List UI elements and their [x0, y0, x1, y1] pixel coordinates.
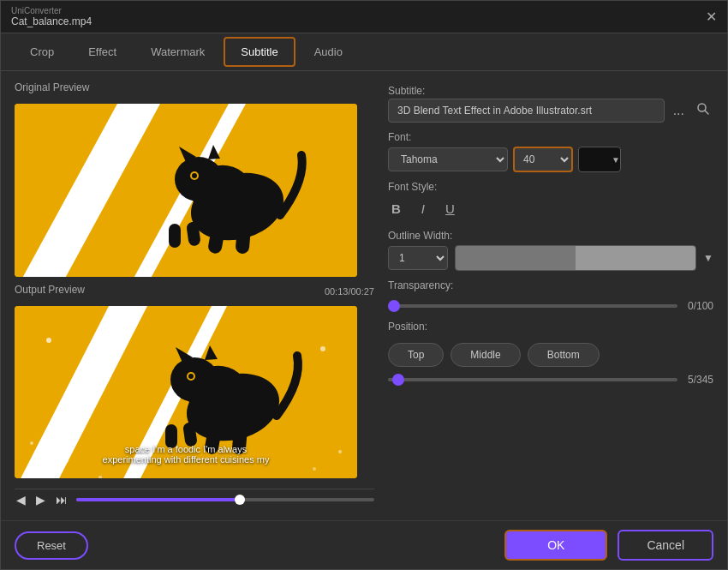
- transparency-section: Transparency: 0/100: [388, 279, 713, 312]
- player-bar: ◀ ▶ ⏭: [15, 489, 374, 510]
- position-top-button[interactable]: Top: [388, 343, 444, 367]
- main-window: UniConverter Cat_balance.mp4 ✕ Crop Effe…: [0, 0, 728, 570]
- position-section: Position: Top Middle Bottom 5/345: [388, 321, 713, 386]
- original-preview-box: [15, 104, 357, 277]
- cancel-button[interactable]: Cancel: [618, 530, 713, 561]
- search-button[interactable]: [693, 99, 713, 123]
- svg-line-39: [705, 111, 708, 114]
- progress-fill: [76, 498, 240, 501]
- svg-point-5: [175, 157, 223, 201]
- font-label: Font:: [388, 131, 713, 143]
- underline-button[interactable]: U: [442, 200, 458, 218]
- tab-crop[interactable]: Crop: [15, 39, 69, 65]
- position-label: Position:: [388, 321, 713, 333]
- step-forward-button[interactable]: ⏭: [54, 493, 69, 507]
- position-bottom-button[interactable]: Bottom: [528, 343, 600, 367]
- tab-watermark[interactable]: Watermark: [135, 39, 220, 65]
- position-value: 5/345: [686, 374, 713, 386]
- search-icon: [696, 102, 710, 116]
- output-preview-label: Output Preview: [15, 284, 85, 296]
- tab-subtitle[interactable]: Subtitle: [224, 37, 295, 67]
- svg-point-29: [170, 357, 218, 402]
- position-buttons: Top Middle Bottom: [388, 343, 713, 367]
- tab-audio[interactable]: Audio: [299, 39, 358, 65]
- style-label: Font Style:: [388, 181, 713, 193]
- outline-color-button[interactable]: [455, 245, 696, 271]
- subtitle-line1: space I'm a foodic I'm always: [32, 444, 340, 454]
- outline-row: 1 ▼: [388, 245, 713, 271]
- subtitle-line2: experimenting with different cuisines my: [32, 454, 340, 465]
- play-button[interactable]: ▶: [34, 493, 47, 507]
- tabs-bar: Crop Effect Watermark Subtitle Audio: [1, 33, 727, 71]
- transparency-value: 0/100: [686, 300, 713, 312]
- title-bar-left: UniConverter Cat_balance.mp4: [11, 6, 92, 27]
- action-buttons: OK Cancel: [504, 530, 713, 561]
- file-name: Cat_balance.mp4: [11, 15, 92, 27]
- reset-button[interactable]: Reset: [15, 531, 88, 560]
- tab-effect[interactable]: Effect: [73, 39, 132, 65]
- svg-point-9: [192, 173, 197, 178]
- font-size-select[interactable]: 40: [513, 147, 573, 172]
- transparency-slider-row: 0/100: [388, 300, 713, 312]
- progress-thumb: [235, 495, 245, 505]
- original-preview-svg: [15, 104, 357, 277]
- bold-button[interactable]: B: [388, 200, 404, 218]
- transparency-label: Transparency:: [388, 279, 713, 291]
- font-family-select[interactable]: Tahoma: [388, 147, 508, 171]
- time-display: 00:13/00:27: [325, 286, 374, 297]
- bottom-row: Reset OK Cancel: [1, 520, 727, 569]
- position-middle-button[interactable]: Middle: [451, 343, 520, 367]
- style-buttons-row: B I U: [388, 196, 713, 221]
- output-preview-box: space I'm a foodic I'm always experiment…: [15, 306, 357, 479]
- original-preview-label: Original Preview: [15, 81, 374, 93]
- subtitle-section: Subtitle: 3D Blend Text Effect in Adobe …: [388, 85, 713, 123]
- right-panel: Subtitle: 3D Blend Text Effect in Adobe …: [388, 81, 713, 510]
- outline-label: Outline Width:: [388, 230, 713, 242]
- svg-point-18: [320, 346, 325, 351]
- subtitle-file-row: 3D Blend Text Effect in Adobe Illustrato…: [388, 99, 713, 123]
- close-button[interactable]: ✕: [706, 9, 717, 25]
- more-options-button[interactable]: ...: [670, 99, 688, 122]
- rewind-button[interactable]: ◀: [15, 493, 27, 507]
- left-panel: Original Preview: [15, 81, 374, 510]
- transparency-slider[interactable]: [388, 304, 677, 308]
- output-preview-label-row: Output Preview 00:13/00:27: [15, 284, 374, 299]
- app-name: UniConverter: [11, 6, 92, 15]
- italic-button[interactable]: I: [418, 200, 428, 218]
- progress-track[interactable]: [76, 498, 374, 501]
- font-color-button[interactable]: ▼: [578, 147, 621, 172]
- subtitle-file-input[interactable]: 3D Blend Text Effect in Adobe Illustrato…: [388, 99, 665, 123]
- position-slider[interactable]: [388, 378, 677, 381]
- title-bar: UniConverter Cat_balance.mp4 ✕: [1, 1, 727, 33]
- ok-button[interactable]: OK: [504, 530, 607, 561]
- svg-point-15: [46, 338, 51, 343]
- main-content: Original Preview: [1, 71, 727, 520]
- svg-point-24: [313, 467, 316, 471]
- svg-rect-13: [169, 224, 181, 248]
- svg-point-33: [188, 374, 194, 379]
- subtitle-section-label: Subtitle:: [388, 85, 713, 97]
- subtitle-overlay: space I'm a foodic I'm always experiment…: [32, 444, 340, 465]
- outline-section: Outline Width: 1 ▼: [388, 230, 713, 271]
- position-slider-row: 5/345: [388, 374, 713, 386]
- font-style-section: Font Style: B I U: [388, 181, 713, 221]
- font-section: Font: Tahoma 40 ▼: [388, 131, 713, 172]
- outline-width-select[interactable]: 1: [388, 246, 448, 270]
- font-row: Tahoma 40 ▼: [388, 147, 713, 172]
